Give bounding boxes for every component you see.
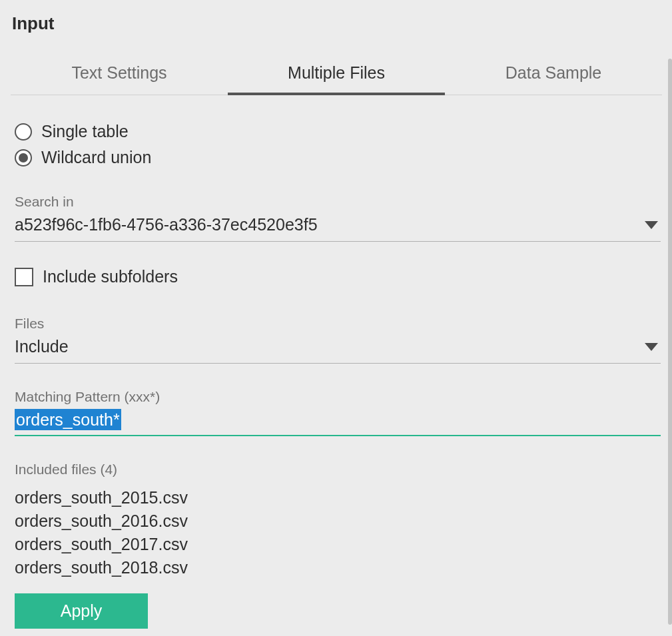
tab-data-sample[interactable]: Data Sample [445,54,662,95]
tab-text-settings[interactable]: Text Settings [11,54,228,95]
search-in-value: a523f96c-1fb6-4756-a336-37ec4520e3f5 [15,215,318,234]
scrollbar[interactable] [667,59,672,636]
included-files-label: Included files (4) [15,462,657,477]
list-item: orders_south_2017.csv [15,535,657,554]
radio-single-table[interactable]: Single table [15,122,657,141]
list-item: orders_south_2015.csv [15,488,657,507]
page-title: Input [12,13,661,34]
radio-icon [15,123,32,141]
list-item: orders_south_2016.csv [15,511,657,531]
files-value: Include [15,337,69,356]
table-mode-radio-group: Single table Wildcard union [15,122,657,167]
tab-multiple-files[interactable]: Multiple Files [228,54,445,95]
files-label: Files [15,316,657,332]
chevron-down-icon [645,221,658,229]
chevron-down-icon [645,343,658,351]
radio-label: Single table [41,122,129,141]
matching-pattern-field[interactable]: orders_south* [15,410,661,436]
tabs: Text Settings Multiple Files Data Sample [11,54,662,95]
radio-icon [15,149,32,166]
matching-pattern-input[interactable]: orders_south* [15,409,121,430]
checkbox-icon [15,268,33,286]
scrollbar-thumb[interactable] [668,59,672,625]
list-item: orders_south_2018.csv [15,558,657,577]
included-files-list: orders_south_2015.csv orders_south_2016.… [15,488,657,577]
search-in-label: Search in [15,194,657,210]
files-select[interactable]: Include [15,337,661,364]
search-in-select[interactable]: a523f96c-1fb6-4756-a336-37ec4520e3f5 [15,215,661,242]
tab-panel: Single table Wildcard union Search in a5… [11,95,661,629]
matching-pattern-label: Matching Pattern (xxx*) [15,389,657,405]
radio-label: Wildcard union [41,148,151,167]
checkbox-label: Include subfolders [43,267,178,286]
radio-wildcard-union[interactable]: Wildcard union [15,148,657,167]
include-subfolders-checkbox[interactable]: Include subfolders [15,267,657,286]
apply-button[interactable]: Apply [15,593,148,629]
